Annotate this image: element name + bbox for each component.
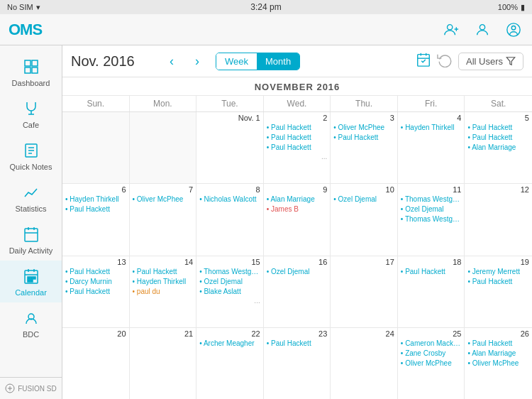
cal-cell-3-4[interactable]: 24 xyxy=(331,328,398,399)
notes-icon xyxy=(21,141,41,160)
sidebar-item-quick-notes[interactable]: Quick Notes xyxy=(0,135,62,177)
cal-event[interactable]: Ozel Djemal xyxy=(333,195,394,204)
cal-cell-0-4[interactable]: 3Oliver McPheePaul Hackett xyxy=(331,112,398,183)
cal-event[interactable]: Cameron Macke... xyxy=(401,339,462,348)
sidebar-item-daily-activity[interactable]: Daily Activity xyxy=(0,219,62,261)
next-month-button[interactable]: › xyxy=(187,51,207,71)
cal-cell-3-0[interactable]: 20 xyxy=(62,328,130,399)
refresh-button[interactable] xyxy=(437,52,453,71)
cal-cell-2-6[interactable]: 19Jeremy MerrettPaul Hackett xyxy=(465,256,532,327)
cal-event[interactable]: Paul Hackett xyxy=(267,339,328,348)
person-button[interactable] xyxy=(472,20,492,40)
cal-event[interactable]: paul du xyxy=(133,287,194,296)
bdc-icon xyxy=(21,308,41,328)
status-bar: No SIM ▾ 3:24 pm 100% ▮ xyxy=(0,0,532,14)
cal-event[interactable]: Paul Hackett xyxy=(267,133,328,142)
cal-event[interactable]: Blake Aslatt xyxy=(199,287,260,296)
cal-event[interactable]: Darcy Murnin xyxy=(65,277,126,286)
cal-event[interactable]: Thomas Westgar... xyxy=(199,267,260,276)
cal-cell-0-6[interactable]: 5Paul HackettPaul HackettAlan Marriage xyxy=(465,112,532,183)
cal-event[interactable]: Ozel Djemal xyxy=(199,277,260,286)
cal-cell-3-1[interactable]: 21 xyxy=(130,328,197,399)
cal-cell-1-0[interactable]: 6Hayden ThirkellPaul Hackett xyxy=(62,184,130,255)
cal-cell-1-5[interactable]: 11Thomas Westgar...Ozel DjemalThomas Wes… xyxy=(398,184,465,255)
cal-cell-1-6[interactable]: 12 xyxy=(465,184,532,255)
cal-event[interactable]: Ozel Djemal xyxy=(401,204,462,214)
cell-number: 4 xyxy=(401,114,462,122)
cal-week-2: 13Paul HackettDarcy MurninPaul Hackett14… xyxy=(62,256,532,328)
all-users-button[interactable]: All Users xyxy=(458,53,523,70)
sidebar-item-dashboard[interactable]: Dashboard xyxy=(0,51,62,93)
sidebar-item-cafe[interactable]: Cafe xyxy=(0,93,62,135)
cell-number: 13 xyxy=(65,258,126,266)
cal-cell-0-0[interactable] xyxy=(62,112,130,183)
cal-cell-1-2[interactable]: 8Nicholas Walcott xyxy=(196,184,264,255)
cal-event[interactable]: Oliver McPhee xyxy=(467,359,529,368)
cell-number: 22 xyxy=(199,329,260,338)
cal-cell-3-6[interactable]: 26Paul HackettAlan MarriageOliver McPhee xyxy=(465,328,532,399)
account-button[interactable] xyxy=(504,20,523,40)
sidebar-item-calendar[interactable]: Calendar xyxy=(0,261,62,302)
cal-cell-2-2[interactable]: 15Thomas Westgar...Ozel DjemalBlake Asla… xyxy=(196,256,264,327)
cal-event[interactable]: Hayden Thirkell xyxy=(65,195,126,204)
cal-cell-2-5[interactable]: 18Paul Hackett xyxy=(398,256,465,327)
cal-event[interactable]: Oliver McPhee xyxy=(133,195,194,204)
cal-event[interactable]: Alan Marriage xyxy=(467,349,529,358)
cal-event[interactable]: Paul Hackett xyxy=(267,123,328,132)
cal-cell-0-5[interactable]: 4Hayden Thirkell xyxy=(398,112,465,183)
cal-cell-1-4[interactable]: 10Ozel Djemal xyxy=(331,184,398,255)
cal-event[interactable]: Paul Hackett xyxy=(333,133,394,142)
cal-event[interactable]: Alan Marriage xyxy=(267,195,328,204)
cal-event[interactable]: Paul Hackett xyxy=(133,267,194,276)
cal-event[interactable]: Hayden Thirkell xyxy=(401,123,462,132)
cal-cell-0-1[interactable] xyxy=(130,112,197,183)
cal-cell-0-3[interactable]: 2Paul HackettPaul HackettPaul Hackett... xyxy=(264,112,331,183)
week-view-button[interactable]: Week xyxy=(216,53,257,70)
svg-rect-6 xyxy=(25,60,31,66)
cal-event[interactable]: Jeremy Merrett xyxy=(467,267,529,276)
cell-number: 24 xyxy=(333,329,394,338)
cal-event[interactable]: Zane Crosby xyxy=(401,349,462,358)
day-header-sun: Sun. xyxy=(62,96,130,111)
cal-event[interactable]: Paul Hackett xyxy=(65,204,126,214)
cal-cell-3-3[interactable]: 23Paul Hackett xyxy=(264,328,331,399)
prev-month-button[interactable]: ‹ xyxy=(162,51,182,71)
sidebar-item-statistics[interactable]: Statistics xyxy=(0,177,62,219)
cal-cell-1-3[interactable]: 9Alan MarriageJames B xyxy=(264,184,331,255)
cal-cell-2-1[interactable]: 14Paul HackettHayden Thirkellpaul du xyxy=(130,256,197,327)
calendar-icon-btn[interactable] xyxy=(416,52,431,71)
cal-cell-2-3[interactable]: 16Ozel Djemal xyxy=(264,256,331,327)
cal-event[interactable]: James B xyxy=(267,204,328,214)
cal-event[interactable]: Paul Hackett xyxy=(467,339,529,348)
sidebar-item-dashboard-label: Dashboard xyxy=(12,79,50,87)
cal-event[interactable]: Paul Hackett xyxy=(467,277,529,286)
cal-cell-1-1[interactable]: 7Oliver McPhee xyxy=(130,184,197,255)
sidebar-item-quick-notes-label: Quick Notes xyxy=(10,163,52,171)
calendar-toolbar: Nov. 2016 ‹ › Week Month xyxy=(62,45,532,77)
cal-event[interactable]: Paul Hackett xyxy=(467,123,529,132)
cal-event[interactable]: Archer Meagher xyxy=(199,339,260,348)
cal-event[interactable]: Oliver McPhee xyxy=(401,359,462,368)
cal-cell-3-5[interactable]: 25Cameron Macke...Zane CrosbyOliver McPh… xyxy=(398,328,465,399)
cell-number: 8 xyxy=(199,185,260,194)
cal-event[interactable]: Thomas Westgar... xyxy=(401,195,462,204)
cal-event[interactable]: Paul Hackett xyxy=(467,133,529,142)
cal-event[interactable]: Paul Hackett xyxy=(401,267,462,276)
cal-event[interactable]: Paul Hackett xyxy=(65,267,126,276)
cal-event[interactable]: Ozel Djemal xyxy=(267,267,328,276)
sidebar-item-bdc[interactable]: BDC xyxy=(0,302,62,344)
cal-event[interactable]: Hayden Thirkell xyxy=(133,277,194,286)
cal-event[interactable]: Paul Hackett xyxy=(65,287,126,296)
cal-event[interactable]: Nicholas Walcott xyxy=(199,195,260,204)
month-view-button[interactable]: Month xyxy=(257,53,299,70)
cell-number: 20 xyxy=(65,329,126,338)
cal-cell-0-2[interactable]: Nov. 1 xyxy=(196,112,264,183)
add-person-button[interactable] xyxy=(441,20,461,40)
cal-event[interactable]: Paul Hackett xyxy=(267,143,328,152)
cal-cell-2-4[interactable]: 17 xyxy=(331,256,398,327)
cal-event[interactable]: Alan Marriage xyxy=(467,143,529,152)
cal-cell-2-0[interactable]: 13Paul HackettDarcy MurninPaul Hackett xyxy=(62,256,130,327)
cal-cell-3-2[interactable]: 22Archer Meagher xyxy=(196,328,264,399)
cal-event[interactable]: Oliver McPhee xyxy=(333,123,394,132)
cal-event[interactable]: Thomas Westgar... xyxy=(401,214,462,224)
